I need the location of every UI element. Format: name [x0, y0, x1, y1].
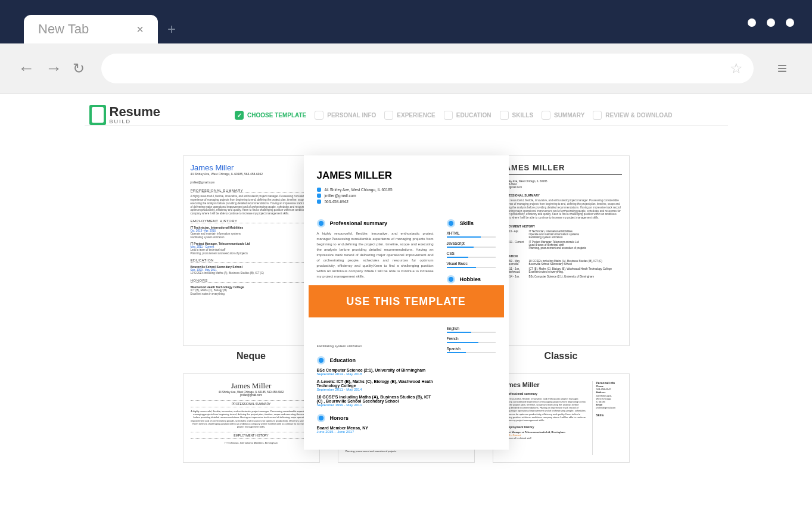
template-title: Neque: [183, 351, 320, 361]
refresh-button[interactable]: ↻: [73, 60, 85, 77]
preview-name: JAMES MILLER: [317, 170, 496, 182]
step-summary[interactable]: SUMMARY: [542, 111, 584, 120]
step-experience[interactable]: EXPERIENCE: [384, 111, 435, 120]
check-icon: [542, 111, 550, 120]
tab-title: New Tab: [38, 21, 89, 37]
forward-button[interactable]: →: [45, 59, 62, 78]
step-review-download[interactable]: REVIEW & DOWNLOAD: [593, 111, 672, 120]
logo-icon: [89, 105, 106, 125]
section-icon: [317, 356, 325, 364]
section-icon: [317, 414, 325, 422]
check-icon: [500, 111, 509, 120]
window-controls: [748, 18, 794, 27]
section-icon: [317, 219, 325, 227]
resume-name: JAMES MILLER: [500, 163, 622, 172]
tab-bar: New Tab × +: [24, 15, 185, 43]
logo-name: Resume: [110, 105, 161, 119]
template-card-classic[interactable]: JAMES MILLER 44 Shirley Ave, West Chicag…: [493, 155, 630, 361]
check-icon: [444, 111, 453, 120]
section-icon: [447, 219, 455, 227]
template-title: Classic: [493, 351, 630, 361]
minimize-icon[interactable]: [748, 18, 756, 27]
templates-grid: James Miller 44 Shirley Ave, West Chicag…: [85, 155, 728, 463]
page-content: Resume BUILD ✓CHOOSE TEMPLATE PERSONAL I…: [0, 94, 812, 473]
maximize-icon[interactable]: [767, 18, 775, 27]
browser-toolbar: ← → ↻ ☆ ≡: [0, 43, 812, 94]
template-thumb[interactable]: James Miller Professional summary A high…: [493, 373, 630, 463]
location-icon: [317, 188, 321, 192]
email-icon: [317, 194, 321, 198]
phone-icon: [317, 200, 321, 204]
logo-sub: BUILD: [110, 119, 161, 124]
check-icon: [593, 111, 602, 120]
wizard-steps: ✓CHOOSE TEMPLATE PERSONAL INFO EXPERIENC…: [184, 111, 723, 120]
menu-icon[interactable]: ≡: [770, 59, 794, 78]
app-header: Resume BUILD ✓CHOOSE TEMPLATE PERSONAL I…: [85, 105, 728, 126]
step-skills[interactable]: SKILLS: [500, 111, 534, 120]
check-icon: [315, 111, 323, 120]
browser-titlebar: New Tab × +: [0, 0, 812, 43]
template-preview-overlay: JAMES MILLER 44 Shirley Ave, West Chicag…: [304, 155, 509, 450]
close-window-icon[interactable]: [786, 18, 794, 27]
new-tab-button[interactable]: +: [158, 21, 185, 38]
back-button[interactable]: ←: [18, 59, 35, 78]
resume-addr: 44 Shirley Ave, West Chicago, IL 60185, …: [191, 172, 312, 176]
browser-tab[interactable]: New Tab ×: [24, 15, 158, 43]
template-thumb[interactable]: James Miller 44 Shirley Ave, West Chicag…: [183, 373, 320, 463]
check-icon: [384, 111, 393, 120]
section-icon: [447, 275, 455, 283]
step-personal-info[interactable]: PERSONAL INFO: [315, 111, 376, 120]
step-choose-template[interactable]: ✓CHOOSE TEMPLATE: [235, 111, 306, 120]
template-card-neque[interactable]: James Miller 44 Shirley Ave, West Chicag…: [183, 155, 320, 361]
template-thumb: JAMES MILLER 44 Shirley Ave, West Chicag…: [493, 155, 630, 346]
template-thumb: James Miller 44 Shirley Ave, West Chicag…: [183, 155, 320, 346]
check-icon: ✓: [235, 111, 244, 120]
url-input[interactable]: ☆: [101, 54, 754, 83]
logo[interactable]: Resume BUILD: [89, 105, 161, 125]
resume-name: James Miller: [191, 163, 312, 172]
bookmark-icon[interactable]: ☆: [730, 60, 743, 77]
use-this-template-button[interactable]: USE THIS TEMPLATE: [309, 285, 504, 317]
step-education[interactable]: EDUCATION: [444, 111, 491, 120]
close-icon[interactable]: ×: [136, 23, 144, 36]
